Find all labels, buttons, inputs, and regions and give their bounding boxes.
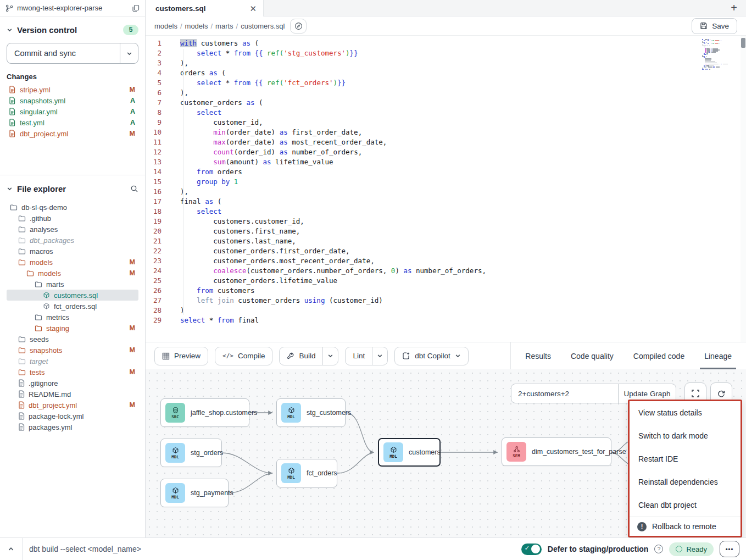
code-line[interactable]: 4orders as ( <box>146 68 746 78</box>
more-options-button[interactable]: ••• <box>720 541 739 557</box>
code-line[interactable]: 28) <box>146 306 746 315</box>
search-icon[interactable] <box>130 185 138 193</box>
code-line[interactable]: 13 sum(amount) as lifetime_value <box>146 157 746 167</box>
tree-item-models[interactable]: modelsM <box>7 268 138 279</box>
code-line[interactable]: 6), <box>146 88 746 98</box>
lint-options-caret[interactable] <box>372 347 387 365</box>
change-file-row[interactable]: singular.ymlA <box>7 106 138 117</box>
code-line[interactable]: 26 from customers <box>146 286 746 296</box>
tree-item-package-lock-yml[interactable]: package-lock.yml <box>7 411 138 422</box>
compile-button[interactable]: </> Compile <box>215 347 272 365</box>
tree-item--github[interactable]: .github <box>7 213 138 224</box>
code-line[interactable]: 7customer_orders as ( <box>146 98 746 108</box>
code-line[interactable]: 15 group by 1 <box>146 177 746 187</box>
menu-item-switch-to-dark-mode[interactable]: Switch to dark mode <box>630 424 741 447</box>
code-line[interactable]: 8 select <box>146 108 746 118</box>
tree-item-readme-md[interactable]: README.md <box>7 389 138 400</box>
code-line[interactable]: 2 select * from {{ ref('stg_customers')}… <box>146 48 746 58</box>
code-editor[interactable]: 1with customers as (2 select * from {{ r… <box>146 35 746 342</box>
code-line[interactable]: 24 coalesce(customer_orders.number_of_or… <box>146 266 746 276</box>
code-line[interactable]: 18 select <box>146 207 746 217</box>
tree-item-metrics[interactable]: metrics <box>7 312 138 323</box>
commit-and-sync-button[interactable]: Commit and sync <box>7 43 138 64</box>
lineage-panel[interactable]: SRCjaffle_shop.customersMDLstg_customers… <box>146 369 746 537</box>
tab-results[interactable]: Results <box>525 342 551 369</box>
help-icon[interactable]: ? <box>654 545 663 553</box>
code-line[interactable]: 27 left join customer_orders using (cust… <box>146 296 746 306</box>
breadcrumb-segment[interactable]: models <box>185 22 208 30</box>
code-line[interactable]: 17final as ( <box>146 197 746 207</box>
change-file-row[interactable]: test.ymlA <box>7 117 138 128</box>
tree-item-packages-yml[interactable]: packages.yml <box>7 422 138 433</box>
code-line[interactable]: 25 customer_orders.lifetime_value <box>146 276 746 286</box>
lint-button[interactable]: Lint <box>346 347 372 365</box>
editor-scrollbar[interactable] <box>741 36 746 342</box>
code-line[interactable]: 11 max(order_date) as most_recent_order_… <box>146 137 746 147</box>
tree-item-db-sl-qs-demo[interactable]: db-sl-qs-demo <box>7 202 138 213</box>
lineage-node-customers[interactable]: MDLcustomers <box>378 438 441 467</box>
tab-lineage[interactable]: Lineage <box>704 342 732 369</box>
breadcrumb-segment[interactable]: customers.sql <box>241 22 285 30</box>
tree-item-customers-sql[interactable]: customers.sql <box>7 290 138 301</box>
lineage-node-stg-customers[interactable]: MDLstg_customers <box>276 398 346 427</box>
code-line[interactable]: 19 customers.customer_id, <box>146 217 746 226</box>
code-line[interactable]: 29select * from final <box>146 315 746 325</box>
command-input[interactable]: dbt build --select <model_name> <box>23 545 521 553</box>
commit-options-caret[interactable] <box>120 43 138 63</box>
explore-compass-icon[interactable] <box>290 19 307 34</box>
copy-icon[interactable] <box>132 4 140 12</box>
new-tab-button[interactable]: + <box>722 0 746 16</box>
editor-minimap[interactable] <box>702 39 737 70</box>
defer-toggle[interactable]: ✓ <box>521 544 542 555</box>
breadcrumb-segment[interactable]: marts <box>215 22 233 30</box>
code-line[interactable]: 9 customer_id, <box>146 118 746 127</box>
tree-item-seeds[interactable]: seeds <box>7 334 138 345</box>
chevron-down-icon[interactable] <box>7 27 13 33</box>
change-file-row[interactable]: dbt_project.ymlM <box>7 128 138 139</box>
tree-item-dbt-packages[interactable]: dbt_packages <box>7 235 138 246</box>
change-file-row[interactable]: stripe.ymlM <box>7 84 138 95</box>
editor-scrollbar-thumb[interactable] <box>741 38 745 48</box>
tree-item-snapshots[interactable]: snapshotsM <box>7 345 138 356</box>
collapse-panel-chevron-icon[interactable] <box>0 538 23 560</box>
code-line[interactable]: 3), <box>146 58 746 68</box>
tab-customers-sql[interactable]: customers.sql ✕ <box>146 0 264 16</box>
tab-compiled-code[interactable]: Compiled code <box>633 342 684 369</box>
save-button[interactable]: Save <box>692 18 737 34</box>
menu-item-clean-dbt-project[interactable]: Clean dbt project <box>630 494 741 517</box>
code-line[interactable]: 21 customers.last_name, <box>146 236 746 246</box>
menu-item-restart-ide[interactable]: Restart IDE <box>630 447 741 470</box>
lineage-node-fct-orders[interactable]: MDLfct_orders <box>276 459 337 487</box>
tree-item-fct-orders-sql[interactable]: fct_orders.sql <box>7 301 138 312</box>
tree-item-tests[interactable]: testsM <box>7 367 138 378</box>
tree-item--gitignore[interactable]: .gitignore <box>7 378 138 389</box>
code-line[interactable]: 23 customer_orders.most_recent_order_dat… <box>146 256 746 266</box>
lineage-node-jaffle-shop-customers[interactable]: SRCjaffle_shop.customers <box>160 398 249 427</box>
lineage-node-stg-orders[interactable]: MDLstg_orders <box>160 439 222 467</box>
code-line[interactable]: 20 customers.first_name, <box>146 226 746 236</box>
lineage-selector-input[interactable]: 2+customers+2 <box>511 384 619 403</box>
dbt-copilot-button[interactable]: dbt Copilot <box>394 347 469 365</box>
tree-item-dbt-project-yml[interactable]: dbt_project.ymlM <box>7 400 138 411</box>
tree-item-models[interactable]: modelsM <box>7 257 138 268</box>
tree-item-marts[interactable]: marts <box>7 279 138 290</box>
breadcrumb-segment[interactable]: models <box>154 22 177 30</box>
tree-item-staging[interactable]: stagingM <box>7 323 138 334</box>
tree-item-target[interactable]: target <box>7 356 138 367</box>
rollback-to-remote-item[interactable]: ! Rollback to remote <box>630 517 741 536</box>
preview-button[interactable]: Preview <box>154 347 208 365</box>
tree-item-analyses[interactable]: analyses <box>7 224 138 235</box>
lineage-node-dim-customers-test-for-parse[interactable]: SEMdim_customers_test_for_parse <box>502 437 611 466</box>
code-line[interactable]: 22 customer_orders.first_order_date, <box>146 246 746 256</box>
build-button[interactable]: Build <box>280 347 322 365</box>
lineage-node-stg-payments[interactable]: MDLstg_payments <box>160 479 229 507</box>
close-icon[interactable]: ✕ <box>249 4 257 13</box>
chevron-down-icon[interactable] <box>7 186 13 192</box>
tab-code-quality[interactable]: Code quality <box>571 342 614 369</box>
build-options-caret[interactable] <box>322 347 338 365</box>
code-line[interactable]: 10 min(order_date) as first_order_date, <box>146 127 746 137</box>
code-line[interactable]: 1with customers as ( <box>146 38 746 48</box>
menu-item-reinstall-dependencies[interactable]: Reinstall dependencies <box>630 470 741 494</box>
code-line[interactable]: 5 select * from {{ ref('fct_orders')}} <box>146 78 746 88</box>
commit-button-label[interactable]: Commit and sync <box>7 43 120 63</box>
